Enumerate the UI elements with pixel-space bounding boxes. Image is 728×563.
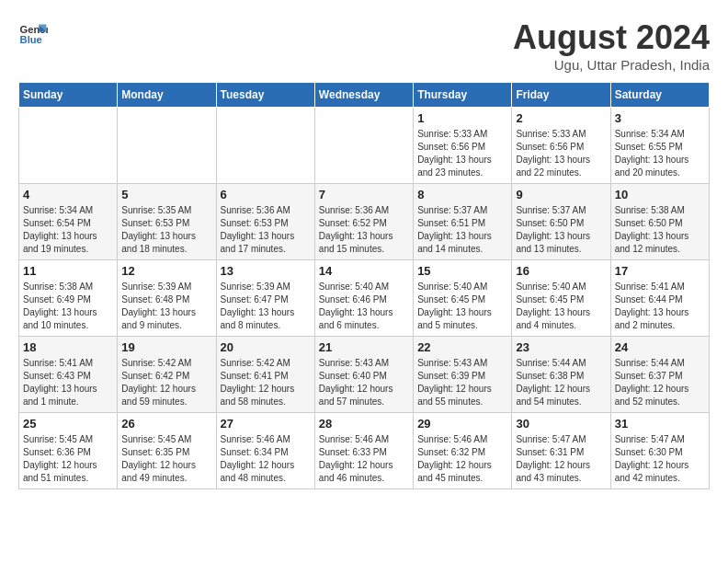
day-cell: 27Sunrise: 5:46 AM Sunset: 6:34 PM Dayli… — [216, 413, 314, 489]
location: Ugu, Uttar Pradesh, India — [513, 57, 710, 73]
day-info: Sunrise: 5:38 AM Sunset: 6:50 PM Dayligh… — [615, 204, 705, 256]
day-number: 26 — [121, 417, 211, 431]
day-info: Sunrise: 5:37 AM Sunset: 6:50 PM Dayligh… — [516, 204, 606, 256]
day-number: 12 — [121, 264, 211, 278]
day-info: Sunrise: 5:38 AM Sunset: 6:49 PM Dayligh… — [23, 281, 113, 332]
weekday-header-sunday: Sunday — [19, 83, 118, 108]
weekday-header-tuesday: Tuesday — [216, 83, 314, 108]
day-number: 11 — [23, 264, 113, 278]
weekday-header-thursday: Thursday — [414, 83, 512, 108]
day-info: Sunrise: 5:46 AM Sunset: 6:34 PM Dayligh… — [221, 433, 311, 485]
day-cell: 16Sunrise: 5:40 AM Sunset: 6:45 PM Dayli… — [512, 260, 610, 337]
day-cell: 31Sunrise: 5:47 AM Sunset: 6:30 PM Dayli… — [610, 413, 709, 489]
weekday-header-saturday: Saturday — [610, 83, 709, 108]
day-info: Sunrise: 5:43 AM Sunset: 6:40 PM Dayligh… — [319, 357, 409, 408]
logo: General Blue — [18, 18, 48, 48]
day-cell — [118, 108, 216, 184]
weekday-header-friday: Friday — [512, 83, 610, 108]
week-row-4: 18Sunrise: 5:41 AM Sunset: 6:43 PM Dayli… — [19, 337, 710, 413]
calendar-table: SundayMondayTuesdayWednesdayThursdayFrid… — [18, 82, 710, 489]
day-info: Sunrise: 5:35 AM Sunset: 6:53 PM Dayligh… — [121, 204, 211, 256]
weekday-header-wednesday: Wednesday — [314, 83, 413, 108]
day-number: 4 — [23, 188, 113, 201]
svg-text:Blue: Blue — [20, 34, 42, 45]
day-number: 28 — [319, 417, 409, 431]
day-info: Sunrise: 5:46 AM Sunset: 6:33 PM Dayligh… — [319, 433, 409, 485]
day-info: Sunrise: 5:41 AM Sunset: 6:44 PM Dayligh… — [615, 281, 705, 332]
day-info: Sunrise: 5:45 AM Sunset: 6:36 PM Dayligh… — [23, 433, 113, 485]
day-info: Sunrise: 5:33 AM Sunset: 6:56 PM Dayligh… — [516, 128, 606, 179]
day-cell: 19Sunrise: 5:42 AM Sunset: 6:42 PM Dayli… — [118, 337, 216, 413]
day-info: Sunrise: 5:47 AM Sunset: 6:30 PM Dayligh… — [615, 433, 705, 485]
day-cell: 26Sunrise: 5:45 AM Sunset: 6:35 PM Dayli… — [118, 413, 216, 489]
day-number: 27 — [221, 417, 311, 431]
day-number: 6 — [221, 188, 311, 201]
day-number: 20 — [221, 340, 311, 354]
weekday-header-monday: Monday — [118, 83, 216, 108]
day-cell: 29Sunrise: 5:46 AM Sunset: 6:32 PM Dayli… — [414, 413, 512, 489]
day-number: 2 — [516, 111, 606, 125]
week-row-1: 1Sunrise: 5:33 AM Sunset: 6:56 PM Daylig… — [19, 108, 710, 184]
day-cell: 9Sunrise: 5:37 AM Sunset: 6:50 PM Daylig… — [512, 184, 610, 260]
month-title: August 2024 — [513, 18, 710, 57]
day-cell: 18Sunrise: 5:41 AM Sunset: 6:43 PM Dayli… — [19, 337, 118, 413]
day-number: 22 — [417, 340, 507, 354]
day-cell: 14Sunrise: 5:40 AM Sunset: 6:46 PM Dayli… — [314, 260, 413, 337]
day-cell: 24Sunrise: 5:44 AM Sunset: 6:37 PM Dayli… — [610, 337, 709, 413]
day-cell: 22Sunrise: 5:43 AM Sunset: 6:39 PM Dayli… — [414, 337, 512, 413]
day-cell: 2Sunrise: 5:33 AM Sunset: 6:56 PM Daylig… — [512, 108, 610, 184]
day-cell: 23Sunrise: 5:44 AM Sunset: 6:38 PM Dayli… — [512, 337, 610, 413]
title-area: August 2024 Ugu, Uttar Pradesh, India — [513, 18, 710, 73]
day-cell: 28Sunrise: 5:46 AM Sunset: 6:33 PM Dayli… — [314, 413, 413, 489]
day-info: Sunrise: 5:42 AM Sunset: 6:42 PM Dayligh… — [121, 357, 211, 408]
day-number: 10 — [615, 188, 705, 201]
day-number: 21 — [319, 340, 409, 354]
day-cell: 11Sunrise: 5:38 AM Sunset: 6:49 PM Dayli… — [19, 260, 118, 337]
logo-icon: General Blue — [18, 18, 48, 48]
day-cell — [314, 108, 413, 184]
day-info: Sunrise: 5:42 AM Sunset: 6:41 PM Dayligh… — [221, 357, 311, 408]
day-cell: 4Sunrise: 5:34 AM Sunset: 6:54 PM Daylig… — [19, 184, 118, 260]
day-number: 18 — [23, 340, 113, 354]
day-number: 23 — [516, 340, 606, 354]
day-number: 14 — [319, 264, 409, 278]
day-number: 5 — [121, 188, 211, 201]
day-cell: 20Sunrise: 5:42 AM Sunset: 6:41 PM Dayli… — [216, 337, 314, 413]
day-info: Sunrise: 5:47 AM Sunset: 6:31 PM Dayligh… — [516, 433, 606, 485]
day-cell: 6Sunrise: 5:36 AM Sunset: 6:53 PM Daylig… — [216, 184, 314, 260]
day-info: Sunrise: 5:45 AM Sunset: 6:35 PM Dayligh… — [121, 433, 211, 485]
day-number: 3 — [615, 111, 705, 125]
day-info: Sunrise: 5:40 AM Sunset: 6:45 PM Dayligh… — [516, 281, 606, 332]
day-number: 9 — [516, 188, 606, 201]
day-info: Sunrise: 5:39 AM Sunset: 6:47 PM Dayligh… — [221, 281, 311, 332]
day-info: Sunrise: 5:40 AM Sunset: 6:45 PM Dayligh… — [417, 281, 507, 332]
week-row-2: 4Sunrise: 5:34 AM Sunset: 6:54 PM Daylig… — [19, 184, 710, 260]
day-info: Sunrise: 5:37 AM Sunset: 6:51 PM Dayligh… — [417, 204, 507, 256]
day-cell: 17Sunrise: 5:41 AM Sunset: 6:44 PM Dayli… — [610, 260, 709, 337]
day-info: Sunrise: 5:41 AM Sunset: 6:43 PM Dayligh… — [23, 357, 113, 408]
day-number: 15 — [417, 264, 507, 278]
day-number: 25 — [23, 417, 113, 431]
day-number: 8 — [417, 188, 507, 201]
day-number: 19 — [121, 340, 211, 354]
day-cell: 5Sunrise: 5:35 AM Sunset: 6:53 PM Daylig… — [118, 184, 216, 260]
day-info: Sunrise: 5:46 AM Sunset: 6:32 PM Dayligh… — [417, 433, 507, 485]
day-info: Sunrise: 5:39 AM Sunset: 6:48 PM Dayligh… — [121, 281, 211, 332]
day-cell: 13Sunrise: 5:39 AM Sunset: 6:47 PM Dayli… — [216, 260, 314, 337]
day-number: 31 — [615, 417, 705, 431]
day-info: Sunrise: 5:34 AM Sunset: 6:54 PM Dayligh… — [23, 204, 113, 256]
day-number: 7 — [319, 188, 409, 201]
day-info: Sunrise: 5:40 AM Sunset: 6:46 PM Dayligh… — [319, 281, 409, 332]
day-number: 24 — [615, 340, 705, 354]
day-number: 13 — [221, 264, 311, 278]
day-number: 30 — [516, 417, 606, 431]
day-info: Sunrise: 5:44 AM Sunset: 6:38 PM Dayligh… — [516, 357, 606, 408]
weekday-header-row: SundayMondayTuesdayWednesdayThursdayFrid… — [19, 83, 710, 108]
day-cell: 30Sunrise: 5:47 AM Sunset: 6:31 PM Dayli… — [512, 413, 610, 489]
week-row-5: 25Sunrise: 5:45 AM Sunset: 6:36 PM Dayli… — [19, 413, 710, 489]
day-number: 16 — [516, 264, 606, 278]
day-info: Sunrise: 5:44 AM Sunset: 6:37 PM Dayligh… — [615, 357, 705, 408]
day-number: 1 — [417, 111, 507, 125]
day-info: Sunrise: 5:36 AM Sunset: 6:52 PM Dayligh… — [319, 204, 409, 256]
day-cell: 15Sunrise: 5:40 AM Sunset: 6:45 PM Dayli… — [414, 260, 512, 337]
